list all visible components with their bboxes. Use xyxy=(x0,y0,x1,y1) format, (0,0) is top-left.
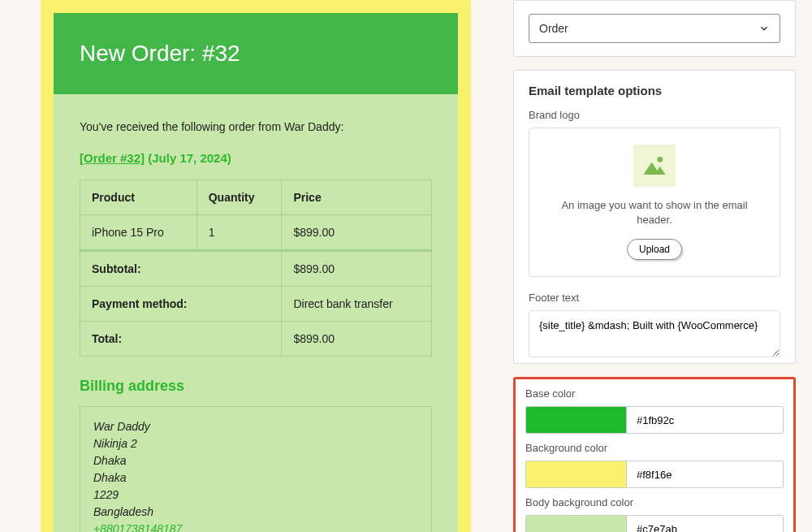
email-intro: You've received the following order from… xyxy=(80,120,432,133)
bg-color-hex[interactable] xyxy=(626,461,783,487)
base-color-hex[interactable] xyxy=(626,407,783,433)
email-header: New Order: #32 xyxy=(54,13,458,94)
chevron-down-icon xyxy=(758,23,770,34)
base-color-swatch[interactable] xyxy=(526,407,626,433)
row-subtotal: Subtotal: $899.00 xyxy=(80,251,432,287)
row-total: Total: $899.00 xyxy=(80,322,432,357)
billing-address-box: War Daddy Nikinja 2 Dhaka Dhaka 1229 Ban… xyxy=(80,406,432,532)
billing-city: Dhaka xyxy=(93,469,418,487)
payment-label: Payment method: xyxy=(80,287,282,322)
brand-logo-label: Brand logo xyxy=(529,109,780,121)
email-preview-container: New Order: #32 You've received the follo… xyxy=(41,0,471,532)
panel-template-options: Email template options Brand logo An ima… xyxy=(513,70,796,364)
bodybg-color-swatch[interactable] xyxy=(526,516,626,532)
bodybg-color-hex[interactable] xyxy=(626,516,783,532)
subtotal-label: Subtotal: xyxy=(80,251,282,287)
email-type-dropdown[interactable]: Order xyxy=(529,14,780,43)
col-quantity: Quantity xyxy=(197,180,282,215)
brand-logo-box: An image you want to show in the email h… xyxy=(529,128,780,277)
col-product: Product xyxy=(80,180,197,215)
bodybg-color-input xyxy=(525,515,784,532)
billing-addr1: Nikinja 2 xyxy=(93,435,418,452)
email-body: You've received the following order from… xyxy=(54,94,458,532)
table-header-row: Product Quantity Price xyxy=(80,180,432,215)
color-settings-section: Base color Background color Body backgro… xyxy=(513,377,796,532)
billing-country: Bangladesh xyxy=(93,504,418,521)
billing-phone-link[interactable]: +8801738148187 xyxy=(93,522,182,532)
order-date: (July 17, 2024) xyxy=(148,151,231,165)
footer-text-input[interactable] xyxy=(529,310,780,357)
order-link[interactable]: [Order #32] xyxy=(80,151,145,165)
row-payment: Payment method: Direct bank transfer xyxy=(80,287,432,322)
col-price: Price xyxy=(282,180,432,215)
table-row: iPhone 15 Pro 1 $899.00 xyxy=(80,215,432,251)
footer-text-label: Footer text xyxy=(529,292,780,304)
bodybg-color-label: Body background color xyxy=(525,496,784,508)
bg-color-input xyxy=(525,461,784,488)
billing-addr2: Dhaka xyxy=(93,452,418,469)
cell-product: iPhone 15 Pro xyxy=(80,215,197,251)
panel-email-type: Order xyxy=(513,0,796,57)
billing-zip: 1229 xyxy=(93,487,418,504)
email-title: New Order: #32 xyxy=(80,41,432,67)
base-color-label: Base color xyxy=(525,387,784,400)
order-table: Product Quantity Price iPhone 15 Pro 1 $… xyxy=(80,179,432,357)
total-label: Total: xyxy=(80,322,282,357)
image-placeholder-icon xyxy=(633,145,676,187)
cell-quantity: 1 xyxy=(197,215,282,251)
upload-button[interactable]: Upload xyxy=(627,239,682,260)
base-color-input xyxy=(525,406,784,434)
section-heading: Email template options xyxy=(529,84,780,97)
order-number-line: [Order #32] (July 17, 2024) xyxy=(80,151,432,165)
subtotal-value: $899.00 xyxy=(282,251,432,287)
bg-color-label: Background color xyxy=(525,442,784,454)
cell-price: $899.00 xyxy=(282,215,432,251)
billing-name: War Daddy xyxy=(93,418,418,435)
payment-value: Direct bank transfer xyxy=(282,287,432,322)
svg-marker-1 xyxy=(643,162,665,175)
logo-caption: An image you want to show in the email h… xyxy=(544,198,765,227)
total-value: $899.00 xyxy=(282,322,432,357)
email-preview-column: New Order: #32 You've received the follo… xyxy=(0,0,503,532)
bg-color-swatch[interactable] xyxy=(526,461,626,487)
billing-heading: Billing address xyxy=(80,378,432,395)
dropdown-value: Order xyxy=(539,22,568,35)
settings-sidebar: Order Email template options Brand logo … xyxy=(503,0,812,532)
svg-point-0 xyxy=(657,157,663,162)
